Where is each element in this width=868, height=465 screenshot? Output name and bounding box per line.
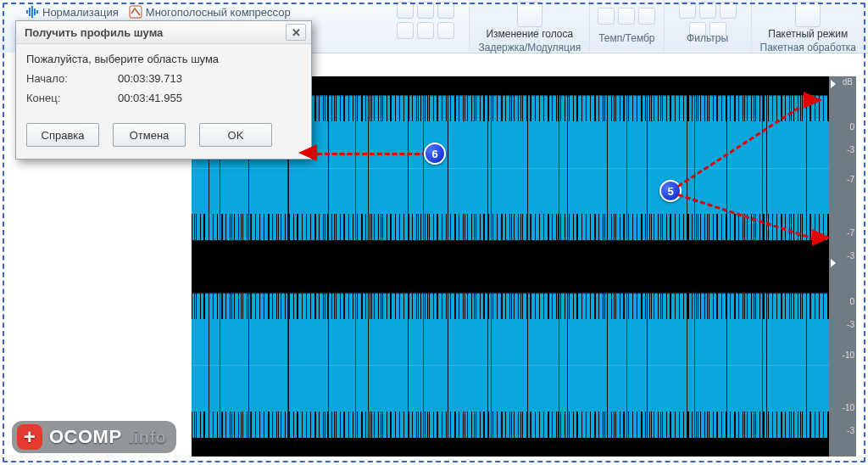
dialog-close-button[interactable]: ✕ xyxy=(286,24,306,41)
noise-profile-dialog: Получить профиль шума ✕ Пожалуйста, выбе… xyxy=(15,20,312,160)
help-button-label: Справка xyxy=(42,129,85,142)
ribbon-block-batch: Пакетный режим Пакетная обработка xyxy=(751,0,865,51)
normalize-icon xyxy=(25,5,39,19)
start-value: 00:03:39.713 xyxy=(118,72,182,85)
batch-icon xyxy=(795,2,821,27)
db-tick: -7 xyxy=(847,175,854,184)
svg-rect-4 xyxy=(36,10,38,14)
dialog-instruction: Пожалуйста, выберите область шума xyxy=(26,53,301,65)
db-tick: -3 xyxy=(847,145,854,154)
fx-icon-5[interactable] xyxy=(417,22,434,39)
tempo-icon-3[interactable] xyxy=(638,8,655,25)
annotation-arrow-5a-head-icon xyxy=(804,92,822,109)
ok-button-label: OK xyxy=(228,129,244,142)
waveform-midline xyxy=(192,168,829,169)
annotation-badge-5: 5 xyxy=(659,180,682,202)
db-tick: 0 xyxy=(849,122,854,132)
fx-icon-4[interactable] xyxy=(397,22,414,39)
svg-rect-2 xyxy=(31,6,33,18)
dialog-body: Пожалуйста, выберите область шума Начало… xyxy=(16,44,311,115)
dialog-titlebar[interactable]: Получить профиль шума ✕ xyxy=(16,21,311,44)
db-ruler: dB 0 -3 -7 -7 -3 0 -3 -10 -10 -3 xyxy=(829,76,856,457)
svg-rect-0 xyxy=(26,10,28,14)
annotation-badge-6: 6 xyxy=(424,143,446,165)
db-tick: 0 xyxy=(849,297,854,306)
annotation-arrow-6-head-icon xyxy=(298,144,317,161)
ok-button[interactable]: OK xyxy=(199,123,272,147)
compressor-icon xyxy=(129,5,142,19)
ribbon-item-label: Многополосный компрессор xyxy=(146,6,291,19)
watermark-brand: OCOMP xyxy=(49,426,122,448)
ribbon-item-label: Нормализация xyxy=(42,6,119,19)
db-tick: -3 xyxy=(847,426,854,435)
watermark-plus-icon: + xyxy=(17,424,42,450)
app-root: Нормализация Многополосный компрессор xyxy=(0,0,868,465)
ribbon-right-blocks: Изменение голоса Задержка/Модуляция Темп… xyxy=(382,0,865,51)
db-tick: -3 xyxy=(847,320,854,329)
svg-rect-5 xyxy=(130,6,142,18)
end-label: Конец: xyxy=(26,92,118,104)
db-tick: -10 xyxy=(843,350,854,360)
group-batch: Пакетная обработка xyxy=(757,42,860,53)
dialog-title-text: Получить профиль шума xyxy=(25,26,163,39)
watermark-suffix: .info xyxy=(129,428,167,447)
voice-change-button[interactable]: Изменение голоса xyxy=(486,2,573,40)
ribbon-block-voice: Изменение голоса Задержка/Модуляция xyxy=(469,0,589,51)
db-tick: -10 xyxy=(843,403,854,412)
svg-rect-3 xyxy=(34,8,36,15)
fx-icon-6[interactable] xyxy=(437,22,454,39)
batch-mode-button[interactable]: Пакетный режим xyxy=(768,2,848,40)
watermark: + OCOMP.info xyxy=(12,421,176,453)
db-marker-mid-icon[interactable] xyxy=(831,259,836,267)
db-tick: -7 xyxy=(847,228,854,238)
cancel-button[interactable]: Отмена xyxy=(113,123,186,147)
annotation-badge-6-text: 6 xyxy=(431,148,437,160)
annotation-arrow-5b-head-icon xyxy=(812,229,831,246)
dialog-button-row: Справка Отмена OK xyxy=(16,115,311,159)
batch-mode-label: Пакетный режим xyxy=(768,29,848,40)
close-icon: ✕ xyxy=(292,27,301,38)
db-tick: -3 xyxy=(847,251,854,261)
cancel-button-label: Отмена xyxy=(130,129,170,142)
ribbon-block-misc1 xyxy=(382,0,469,51)
voice-change-label: Изменение голоса xyxy=(486,29,573,40)
help-button[interactable]: Справка xyxy=(26,123,99,147)
ribbon-block-filters: Фильтры xyxy=(664,0,751,51)
fx-icon-3[interactable] xyxy=(437,2,454,19)
annotation-badge-5-text: 5 xyxy=(667,185,673,198)
tempo-icon-2[interactable] xyxy=(618,8,635,25)
svg-rect-1 xyxy=(29,8,31,16)
group-delay-modulation: Задержка/Модуляция xyxy=(475,42,584,53)
group-tempo-timbre: Темп/Тембр xyxy=(595,32,658,44)
fx-icon-1[interactable] xyxy=(397,2,414,19)
db-ruler-header: dB xyxy=(843,77,853,87)
waveform-midline xyxy=(192,365,829,366)
waveform-channel-right[interactable] xyxy=(192,274,829,457)
end-value: 00:03:41.955 xyxy=(118,92,182,104)
ribbon-item-normalize[interactable]: Нормализация xyxy=(25,5,119,19)
group-filters: Фильтры xyxy=(683,32,732,44)
filter-icon-2[interactable] xyxy=(699,2,716,19)
voice-icon xyxy=(517,2,542,27)
ribbon-block-tempo: Темп/Тембр xyxy=(589,0,663,51)
ribbon-item-multiband-compressor[interactable]: Многополосный компрессор xyxy=(129,5,291,19)
tempo-icon-1[interactable] xyxy=(598,8,615,25)
filter-icon-3[interactable] xyxy=(720,2,737,19)
annotation-arrow-6-line xyxy=(317,153,427,155)
fx-icon-2[interactable] xyxy=(417,2,434,19)
start-label: Начало: xyxy=(26,72,118,85)
filter-icon-1[interactable] xyxy=(679,2,696,19)
db-marker-top-icon[interactable] xyxy=(831,80,836,88)
